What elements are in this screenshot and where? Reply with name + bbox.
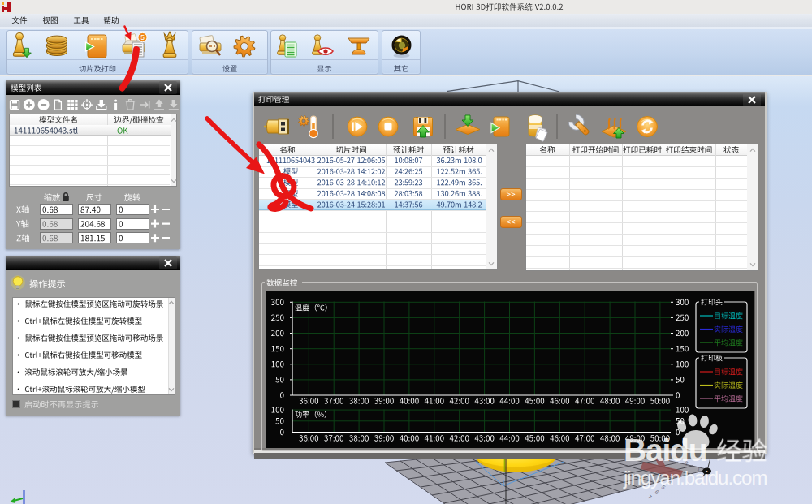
svg-text:Baidu: Baidu	[624, 433, 706, 467]
svg-text:jingyan.baidu.com: jingyan.baidu.com	[623, 467, 767, 489]
svg-text:5: 5	[140, 33, 145, 41]
